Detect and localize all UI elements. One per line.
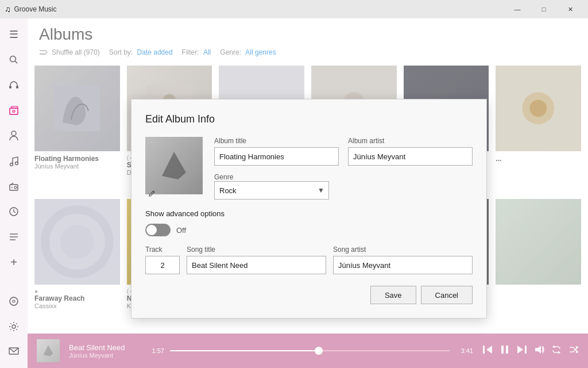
dialog-body: Album title Album artist Genre (145, 137, 473, 200)
svg-point-8 (11, 131, 16, 136)
maximize-button[interactable]: □ (531, 0, 557, 18)
genre-label: Genre (214, 173, 233, 181)
advanced-options-section: Show advanced options Off Track (145, 209, 473, 274)
track-song-row: Track Song title Song artist (145, 246, 473, 274)
sidebar-item-collection[interactable] (2, 99, 25, 122)
toggle-row: Off (145, 224, 473, 236)
svg-rect-5 (11, 106, 18, 108)
album-title-label: Album title (214, 137, 339, 145)
album-artist-input[interactable] (348, 147, 473, 166)
album-artist-label: Album artist (348, 137, 473, 145)
genre-select-wrapper: Rock Pop Classical Jazz Electronic Hip-H… (214, 181, 329, 200)
album-cover-image[interactable] (145, 137, 203, 194)
dialog-title: Edit Album Info (145, 113, 473, 125)
sidebar-item-radio[interactable] (2, 175, 25, 198)
svg-point-21 (12, 325, 16, 328)
svg-point-14 (11, 187, 13, 188)
song-artist-label: Song artist (333, 246, 473, 254)
album-cover-edit (145, 137, 203, 200)
edit-album-dialog: Edit Album Info (131, 99, 487, 319)
svg-line-1 (16, 62, 18, 64)
song-title-group: Song title (187, 246, 326, 274)
track-number-group: Track (145, 246, 180, 274)
titlebar: ♫ Groove Music — □ ✕ (0, 0, 588, 18)
track-label: Track (145, 246, 180, 254)
edit-cover-button[interactable] (145, 186, 159, 200)
sidebar-item-feedback[interactable] (2, 340, 25, 363)
genre-select[interactable]: Rock Pop Classical Jazz Electronic Hip-H… (214, 181, 329, 200)
sidebar-item-playlists[interactable] (2, 225, 25, 248)
app-icon: ♫ (5, 5, 11, 14)
svg-rect-2 (9, 86, 11, 89)
album-title-input[interactable] (214, 147, 339, 166)
album-artist-group: Album artist (348, 137, 473, 166)
window-controls: — □ ✕ (504, 0, 583, 18)
dialog-fields: Album title Album artist Genre (214, 137, 473, 200)
svg-point-7 (14, 111, 14, 112)
song-title-label: Song title (187, 246, 326, 254)
song-artist-input[interactable] (333, 256, 473, 274)
svg-point-20 (13, 300, 15, 302)
save-button[interactable]: Save (370, 286, 416, 304)
song-title-input[interactable] (187, 256, 326, 274)
sidebar-item-menu[interactable]: ☰ (2, 23, 25, 46)
advanced-toggle[interactable] (145, 224, 171, 236)
track-input[interactable] (145, 256, 180, 274)
svg-point-19 (10, 297, 18, 305)
sidebar-item-user[interactable] (2, 124, 25, 147)
genre-row: Genre Rock Pop Classical Jazz Electronic… (214, 172, 473, 200)
toggle-state-label: Off (176, 226, 186, 235)
app-title: Groove Music (14, 5, 505, 13)
cancel-button[interactable]: Cancel (421, 286, 473, 304)
svg-point-0 (10, 56, 16, 62)
album-title-group: Album title (214, 137, 339, 166)
main-content: Albums Shuffle all (970) Sort by: Date a… (28, 18, 588, 368)
toggle-knob (146, 225, 157, 235)
minimize-button[interactable]: — (504, 0, 531, 18)
song-artist-group: Song artist (333, 246, 473, 274)
svg-rect-3 (16, 86, 18, 89)
advanced-label: Show advanced options (145, 209, 473, 218)
sidebar-item-headphones[interactable] (2, 74, 25, 97)
sidebar: ☰ (0, 18, 28, 368)
sidebar-item-settings[interactable] (2, 315, 25, 338)
sidebar-item-explore[interactable] (2, 290, 25, 313)
app-container: ☰ (0, 18, 588, 368)
sidebar-item-songs[interactable] (2, 150, 25, 172)
modal-overlay: Edit Album Info (28, 18, 588, 368)
sidebar-item-search[interactable] (2, 48, 25, 71)
dialog-footer: Save Cancel (145, 286, 473, 304)
svg-point-13 (14, 186, 17, 189)
sidebar-item-add[interactable]: + (2, 251, 25, 274)
close-button[interactable]: ✕ (557, 0, 583, 18)
sidebar-item-recent[interactable] (2, 200, 25, 223)
album-info-row: Album title Album artist (214, 137, 473, 166)
